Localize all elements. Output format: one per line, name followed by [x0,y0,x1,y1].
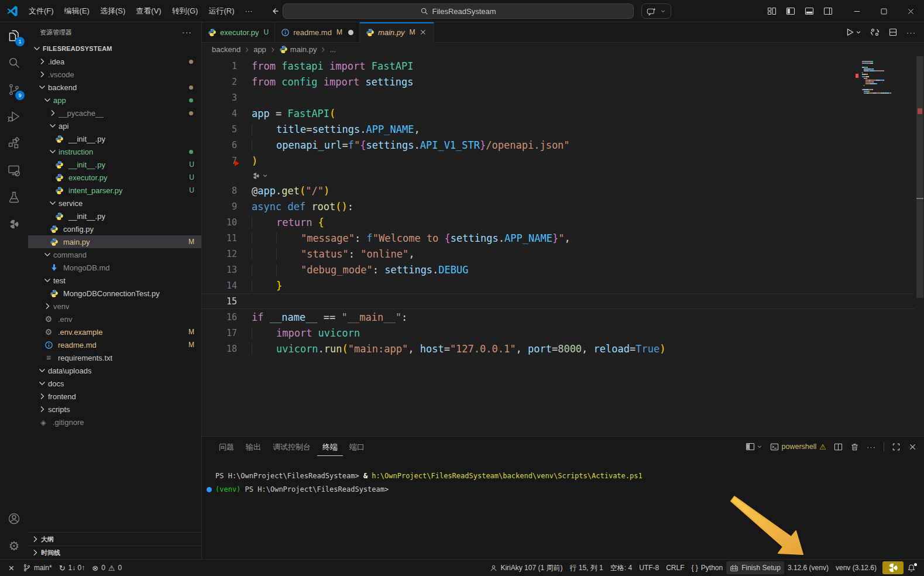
code-line-14[interactable]: 14 } [202,277,924,293]
tree-item-MongoDBConnectionTest.py[interactable]: MongoDBConnectionTest.py [28,287,201,300]
menu-2[interactable]: 选择(S) [95,4,130,18]
tree-item-test[interactable]: test [28,274,201,287]
tree-item-instruction[interactable]: instruction [28,145,201,158]
status-git-sync[interactable]: ↻ 1↓ 0↑ [56,561,89,574]
status-cursor-position[interactable]: 行 15, 列 1 [566,561,606,574]
tree-item-.vscode[interactable]: .vscode [28,68,201,81]
tree-item-service[interactable]: service [28,197,201,210]
editor-scrollbar[interactable] [916,56,924,436]
code-line-10[interactable]: 10 return { [202,214,924,230]
tree-item-requirements.txt[interactable]: ≡requirements.txt [28,351,201,364]
activity-remote-explorer[interactable] [0,157,28,184]
panel-tab-端口[interactable]: 端口 [344,438,370,456]
menu-1[interactable]: 编辑(E) [59,4,95,18]
tree-item-__init__.py[interactable]: __init__.py [28,210,201,222]
code-line-8[interactable]: 8@app.get("/") [202,183,924,198]
activity-accounts[interactable] [0,505,28,532]
tree-item-__pycache__[interactable]: __pycache__ [28,107,201,119]
code-line-2[interactable]: 2from config import settings [202,74,924,90]
status-blame-info[interactable]: KiriAky 107 (1 周前) [486,561,566,574]
command-center-search[interactable]: FilesReadSysteam [283,4,634,19]
status-python-env[interactable]: venv (3.12.6) [832,561,880,574]
code-line-18[interactable]: 18 uvicorn.run("main:app", host="127.0.0… [202,341,924,356]
tree-item-.env[interactable]: ⚙.env [28,313,201,325]
tree-item-scripts[interactable]: scripts [28,403,201,416]
tree-item-MongoDB.md[interactable]: MongoDB.md [28,261,201,274]
close-tab-icon[interactable] [418,28,428,37]
status-language-mode[interactable]: { } Python [688,561,726,574]
tree-item-FILESREADSYSTEAM[interactable]: FILESREADSYSTEAM [28,42,201,55]
terminal-output[interactable]: PS H:\OwnProject\FilesReadSysteam> & h:\… [202,457,924,559]
tree-item-main.py[interactable]: main.py M [28,235,201,248]
explorer-more-actions-icon[interactable]: ··· [182,28,192,37]
activity-settings[interactable]: ⚙ [0,532,28,559]
code-editor[interactable]: 1from fastapi import FastAPI2from config… [202,56,924,436]
panel-tab-终端[interactable]: 终端 [317,438,343,456]
code-line-15[interactable]: 15 [202,293,924,309]
tree-item-frontend[interactable]: frontend [28,390,201,403]
status-remote-indicator[interactable] [4,561,19,574]
status-python-version[interactable]: 3.12.6 (venv) [784,561,832,574]
panel-tab-问题[interactable]: 问题 [214,438,239,456]
panel-tab-输出[interactable]: 输出 [241,438,266,456]
tab-executor.py[interactable]: executor.py U [202,22,275,43]
menu-6[interactable]: ··· [239,5,257,17]
activity-custom-extension[interactable] [0,211,28,238]
code-line-12[interactable]: 12 "status": "online", [202,246,924,262]
tab-main.py[interactable]: main.py M [360,22,435,43]
activity-run-and-debug[interactable] [0,103,28,130]
open-changes-icon[interactable] [870,28,880,37]
tree-item-.gitignore[interactable]: ◈.gitignore [28,416,201,428]
close-button[interactable] [897,0,924,22]
activity-testing[interactable] [0,184,28,211]
toggle-panel-icon[interactable] [802,4,816,18]
breadcrumb-item[interactable]: backend [212,45,241,54]
editor-more-actions-icon[interactable]: ··· [906,28,916,37]
toggle-sidebar-icon[interactable] [784,4,798,18]
maximize-button[interactable] [870,0,897,22]
menu-5[interactable]: 运行(R) [203,4,239,18]
code-line-9[interactable]: 9async def root(): [202,198,924,214]
code-line-1[interactable]: 1from fastapi import FastAPI [202,58,924,74]
activity-source-control[interactable]: 9 [0,76,28,103]
code-line-3[interactable]: 3 [202,90,924,105]
status-eol[interactable]: CRLF [662,561,688,574]
tree-item-readme.md[interactable]: readme.md M [28,338,201,351]
tree-item-executor.py[interactable]: executor.py U [28,171,201,184]
maximize-panel-icon[interactable] [892,443,901,451]
kill-terminal-icon[interactable] [850,443,859,451]
toggle-secondary-sidebar-icon[interactable] [821,4,835,18]
customize-layout-icon[interactable] [765,4,779,18]
menu-0[interactable]: 文件(F) [23,4,59,18]
status-finish-setup[interactable]: Finish Setup [726,561,784,574]
minimize-button[interactable] [843,0,870,22]
code-line-16[interactable]: 16if __name__ == "__main__": [202,309,924,325]
split-editor-icon[interactable] [888,28,898,37]
code-line-4[interactable]: 4app = FastAPI( [202,105,924,121]
panel-more-actions-icon[interactable]: ··· [867,443,876,451]
tree-item-api[interactable]: api [28,119,201,132]
close-panel-icon[interactable] [908,443,917,451]
tree-item-app[interactable]: app [28,94,201,107]
code-line-11[interactable]: 11 "message": f"Welcome to {settings.APP… [202,230,924,246]
code-line-6[interactable]: 6 openapi_url=f"{settings.API_V1_STR}/op… [202,137,924,153]
status-notifications[interactable] [904,561,919,574]
tree-item-venv[interactable]: venv [28,300,201,313]
command-decoration-icon[interactable] [207,487,212,492]
outline-section[interactable]: 大纲 [28,532,201,546]
status-encoding[interactable]: UTF-8 [636,561,662,574]
tab-readme.md[interactable]: readme.md M [275,22,360,43]
tree-item-.idea[interactable]: .idea [28,55,201,68]
tree-item-config.py[interactable]: config.py [28,222,201,235]
panel-tab-调试控制台[interactable]: 调试控制台 [267,438,316,456]
menu-4[interactable]: 转到(G) [167,4,204,18]
status-problems[interactable]: ⊗ 0 ⚠0 [88,561,125,574]
status-git-branch[interactable]: main* [19,561,56,574]
back-arrow-icon[interactable] [270,6,280,16]
terminal-launch-profile[interactable] [746,442,762,451]
tree-item-command[interactable]: command [28,248,201,261]
activity-search[interactable] [0,49,28,76]
code-lens-widget[interactable] [252,172,268,180]
status-indentation[interactable]: 空格: 4 [607,561,636,574]
activity-explorer[interactable]: 1 [0,22,28,49]
